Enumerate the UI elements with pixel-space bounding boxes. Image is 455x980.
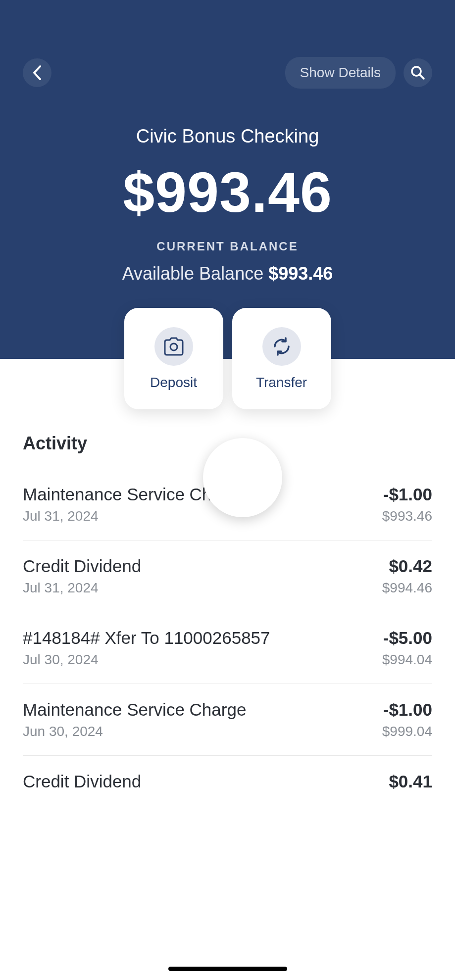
- chevron-left-icon: [32, 64, 43, 81]
- transaction-amount: -$1.00: [382, 700, 432, 720]
- transaction-left: #148184# Xfer To 11000265857 Jul 30, 202…: [23, 628, 382, 668]
- transaction-description: Credit Dividend: [23, 556, 372, 576]
- deposit-label: Deposit: [150, 375, 197, 391]
- account-name: Civic Bonus Checking: [0, 126, 455, 147]
- top-bar: Show Details: [0, 57, 455, 89]
- back-button[interactable]: [23, 58, 51, 87]
- transaction-description: Maintenance Service Charge: [23, 700, 372, 720]
- transfer-button[interactable]: Transfer: [232, 308, 331, 409]
- transaction-description: #148184# Xfer To 11000265857: [23, 628, 372, 648]
- transfer-icon: [271, 336, 293, 357]
- camera-icon: [163, 337, 185, 356]
- svg-line-1: [420, 75, 424, 79]
- transfer-icon-container: [262, 327, 301, 366]
- transaction-row[interactable]: Credit Dividend Jul 31, 2024 $0.42 $994.…: [23, 540, 432, 612]
- account-header: Show Details Civic Bonus Checking $993.4…: [0, 0, 455, 359]
- available-balance-amount: $993.46: [268, 263, 333, 284]
- transaction-row[interactable]: Credit Dividend $0.41: [23, 756, 432, 811]
- transaction-right: -$5.00 $994.04: [382, 628, 432, 668]
- transaction-balance: $993.46: [382, 508, 432, 524]
- transaction-right: $0.41: [389, 772, 432, 795]
- search-icon: [409, 64, 426, 81]
- transaction-balance: $994.46: [382, 580, 432, 596]
- transaction-left: Credit Dividend: [23, 772, 389, 795]
- transaction-date: Jul 30, 2024: [23, 652, 372, 668]
- transaction-balance: $999.04: [382, 724, 432, 739]
- current-balance-label: CURRENT BALANCE: [0, 240, 455, 253]
- action-cards: Deposit Transfer: [0, 308, 455, 409]
- transaction-right: -$1.00 $999.04: [382, 700, 432, 739]
- deposit-button[interactable]: Deposit: [124, 308, 223, 409]
- transaction-left: Maintenance Service Charge Jul 31, 2024: [23, 485, 382, 524]
- activity-section: Activity Maintenance Service Charge Jul …: [0, 359, 455, 811]
- transaction-right: -$1.00 $993.46: [382, 485, 432, 524]
- transaction-left: Credit Dividend Jul 31, 2024: [23, 556, 382, 596]
- transaction-right: $0.42 $994.46: [382, 556, 432, 596]
- show-details-button[interactable]: Show Details: [285, 57, 396, 89]
- home-indicator[interactable]: [168, 967, 287, 971]
- transaction-date: Jul 31, 2024: [23, 580, 372, 596]
- available-balance: Available Balance $993.46: [0, 263, 455, 284]
- deposit-icon-container: [154, 327, 193, 366]
- svg-point-2: [170, 343, 177, 350]
- transaction-amount: -$5.00: [382, 628, 432, 648]
- transaction-amount: -$1.00: [382, 485, 432, 504]
- transaction-date: Jul 31, 2024: [23, 508, 372, 524]
- transaction-description: Maintenance Service Charge: [23, 485, 372, 504]
- transaction-balance: $994.04: [382, 652, 432, 668]
- available-balance-label: Available Balance: [122, 263, 264, 284]
- transaction-row[interactable]: Maintenance Service Charge Jun 30, 2024 …: [23, 684, 432, 756]
- transaction-description: Credit Dividend: [23, 772, 379, 791]
- current-balance-amount: $993.46: [0, 159, 455, 225]
- transaction-amount: $0.42: [382, 556, 432, 576]
- transfer-label: Transfer: [256, 375, 307, 391]
- search-button[interactable]: [404, 58, 432, 87]
- transaction-left: Maintenance Service Charge Jun 30, 2024: [23, 700, 382, 739]
- transaction-date: Jun 30, 2024: [23, 724, 372, 739]
- top-right-controls: Show Details: [285, 57, 432, 89]
- transaction-row[interactable]: #148184# Xfer To 11000265857 Jul 30, 202…: [23, 612, 432, 684]
- transaction-amount: $0.41: [389, 772, 432, 791]
- floating-action-button[interactable]: [203, 438, 282, 517]
